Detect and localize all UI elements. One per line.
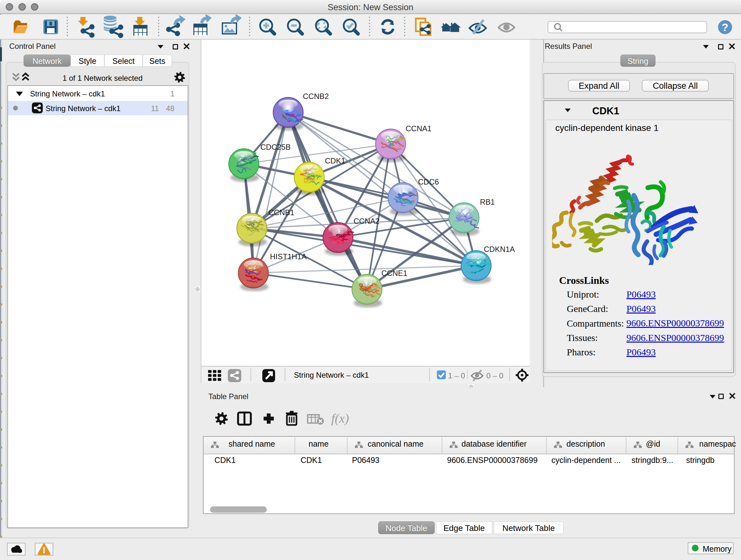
svg-text:CCNE1: CCNE1 bbox=[381, 269, 407, 277]
svg-text:CCNA2: CCNA2 bbox=[354, 217, 380, 226]
svg-text:CDK1: CDK1 bbox=[325, 157, 345, 165]
svg-text:CDC6: CDC6 bbox=[418, 178, 439, 186]
svg-text:CCNB2: CCNB2 bbox=[303, 92, 329, 101]
svg-text:CDKN1A: CDKN1A bbox=[484, 245, 515, 253]
svg-text:CDC25B: CDC25B bbox=[260, 143, 291, 151]
svg-text:RB1: RB1 bbox=[480, 198, 495, 206]
svg-text:HIST1H1A: HIST1H1A bbox=[270, 252, 307, 261]
svg-text:CCNA1: CCNA1 bbox=[406, 124, 431, 133]
svg-text:?: ? bbox=[722, 21, 729, 33]
svg-text:f(x): f(x) bbox=[331, 411, 349, 426]
svg-text:CCNB1: CCNB1 bbox=[268, 208, 294, 217]
